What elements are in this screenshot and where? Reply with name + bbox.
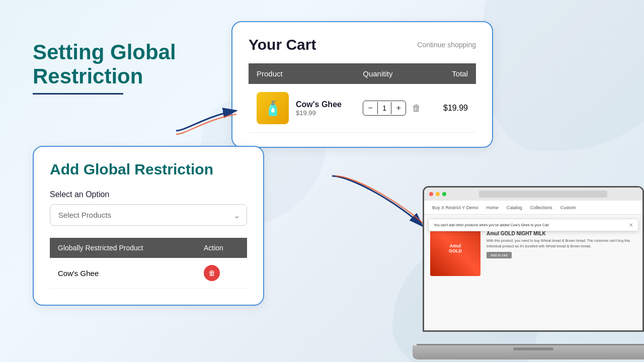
nav-custom: Custom	[560, 205, 576, 210]
store-name: Buy X Restrict Y Demo	[432, 205, 478, 210]
notification-close-icon[interactable]: ✕	[629, 222, 633, 228]
minimize-dot	[436, 192, 440, 196]
fullscreen-dot	[442, 192, 446, 196]
laptop-mockup: Buy X Restrict Y Demo Home Catalog Colle…	[413, 186, 644, 362]
arrow-to-cart	[146, 85, 257, 146]
product-price: $19.99	[296, 109, 342, 117]
quantity-decrease-button[interactable]: −	[363, 101, 377, 115]
restriction-title: Add Global Restriction	[50, 161, 247, 178]
table-row: 🧴 Cow's Ghee $19.99 − 1	[249, 84, 476, 133]
restriction-panel: Add Global Restriction Select an Option …	[33, 146, 264, 306]
close-dot	[429, 192, 433, 196]
laptop-content: You can't add other products when you've…	[424, 215, 642, 330]
notification-text: You can't add other products when you've…	[434, 223, 549, 227]
continue-shopping-link[interactable]: Continue shopping	[417, 41, 476, 49]
add-to-cart-btn[interactable]: Add to cart	[487, 252, 512, 258]
cart-title: Your Cart	[249, 36, 316, 53]
product-image: 🧴	[257, 92, 289, 124]
page-title: Setting Global Restriction	[33, 40, 176, 89]
restriction-table: Globally Restricted Product Action Cow's…	[50, 238, 247, 289]
laptop-screen: Buy X Restrict Y Demo Home Catalog Colle…	[423, 186, 644, 332]
col-total: Total	[433, 63, 476, 84]
quantity-control[interactable]: − 1 +	[363, 101, 406, 116]
trash-icon: 🗑	[208, 269, 215, 277]
col-restricted-product: Globally Restricted Product	[50, 238, 196, 258]
select-wrapper: Select Products ⌄	[50, 204, 247, 226]
laptop-product-description: With this product, you need to buy Wheat…	[487, 238, 634, 249]
laptop-product-title: Amul GOLD NIGHT MILK	[487, 231, 634, 236]
quantity-value: 1	[377, 102, 391, 114]
laptop-topbar	[424, 188, 642, 201]
laptop-nav: Buy X Restrict Y Demo Home Catalog Colle…	[424, 201, 642, 215]
bg-decoration-1	[483, 0, 644, 151]
quantity-increase-button[interactable]: +	[391, 101, 406, 115]
url-bar	[479, 191, 607, 198]
laptop-screen-inner: Buy X Restrict Y Demo Home Catalog Colle…	[424, 188, 642, 330]
cart-table: Product Quanitity Total 🧴 Cow's Ghee	[249, 63, 476, 133]
nav-collections: Collections	[530, 205, 552, 210]
cart-header: Your Cart Continue shopping	[249, 36, 476, 53]
restricted-product-name: Cow's Ghee	[50, 258, 196, 289]
delete-restriction-button[interactable]: 🗑	[204, 265, 220, 281]
item-total: $19.99	[441, 104, 468, 113]
laptop-hinge	[417, 344, 644, 345]
quantity-wrapper: − 1 + 🗑	[363, 101, 425, 116]
nav-catalog: Catalog	[507, 205, 522, 210]
product-cell: 🧴 Cow's Ghee $19.99	[249, 84, 355, 133]
col-quantity: Quanitity	[355, 63, 433, 84]
product-info: 🧴 Cow's Ghee $19.99	[257, 92, 347, 124]
select-label: Select an Option	[50, 190, 247, 199]
product-select[interactable]: Select Products	[50, 204, 247, 226]
quantity-cell: − 1 + 🗑	[355, 84, 433, 133]
laptop-trackpad	[513, 347, 553, 350]
product-image-inner: 🧴	[257, 92, 289, 124]
restriction-table-header-row: Globally Restricted Product Action	[50, 238, 247, 258]
cart-table-header-row: Product Quanitity Total	[249, 63, 476, 84]
laptop-keyboard-base	[413, 345, 644, 359]
cart-panel: Your Cart Continue shopping Product Quan…	[231, 21, 493, 148]
table-row: Cow's Ghee 🗑	[50, 258, 247, 289]
product-text: Cow's Ghee $19.99	[296, 100, 342, 117]
product-name: Cow's Ghee	[296, 100, 342, 109]
notification-banner: You can't add other products when you've…	[428, 219, 638, 231]
nav-home: Home	[487, 205, 499, 210]
heading-underline	[33, 93, 123, 95]
action-cell: 🗑	[196, 258, 247, 289]
cart-item-delete-button[interactable]: 🗑	[412, 103, 421, 114]
total-cell: $19.99	[433, 84, 476, 133]
col-product: Product	[249, 63, 355, 84]
col-action: Action	[196, 238, 247, 258]
